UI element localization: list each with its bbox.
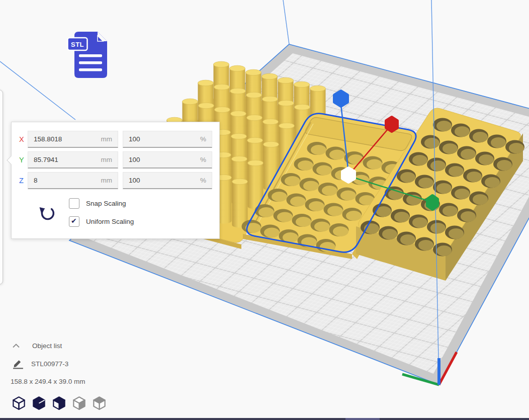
snap-scaling-checkbox[interactable]	[69, 198, 79, 209]
y-scale-field[interactable]: %	[123, 151, 212, 169]
z-size-unit: mm	[101, 177, 113, 184]
y-size-field[interactable]: mm	[28, 151, 118, 169]
snap-scaling-label: Snap Scaling	[86, 200, 126, 207]
object-list-item[interactable]: STL00977-3	[12, 359, 68, 369]
axis-x-label: X	[19, 131, 28, 148]
object-item-name: STL00977-3	[31, 360, 68, 368]
scale-row-x: X mm %	[12, 131, 219, 148]
stl-badge-label: STL	[71, 41, 84, 48]
scale-handle-x-red[interactable]	[386, 117, 397, 131]
y-size-unit: mm	[101, 156, 113, 163]
uniform-scaling-label: Uniform Scaling	[86, 218, 134, 225]
scale-handle-z-blue[interactable]	[334, 91, 347, 106]
uniform-scaling-checkbox[interactable]: ✔	[69, 216, 79, 227]
z-size-input[interactable]	[34, 177, 97, 184]
scale-row-y: Y mm %	[12, 151, 219, 169]
y-scale-unit: %	[200, 156, 206, 163]
z-scale-unit: %	[200, 177, 206, 184]
cube-wireframe-icon[interactable]	[11, 395, 27, 410]
x-scale-field[interactable]: %	[123, 131, 212, 148]
x-size-input[interactable]	[34, 135, 97, 143]
chevron-up-icon	[12, 344, 20, 348]
uniform-check-mark: ✔	[71, 217, 77, 225]
stl-file-icon[interactable]: STL	[67, 31, 108, 78]
x-size-unit: mm	[101, 135, 113, 143]
axis-z-label: Z	[19, 172, 28, 189]
scale-tool-panel: X mm % Y mm % Z mm	[11, 122, 220, 239]
toolbar-panel-edge	[0, 90, 3, 285]
scale-handle-y-green[interactable]	[427, 196, 437, 209]
x-scale-input[interactable]	[129, 135, 196, 143]
x-scale-unit: %	[200, 135, 206, 143]
z-scale-field[interactable]: %	[123, 172, 212, 189]
snap-scaling-row: Snap Scaling	[69, 198, 126, 209]
z-size-field[interactable]: mm	[28, 172, 118, 189]
cube-solid-icon[interactable]	[31, 395, 47, 410]
object-list-title: Object list	[32, 342, 62, 350]
bottom-bar-segment	[345, 418, 380, 420]
object-list-header[interactable]: Object list	[12, 342, 62, 350]
bottom-status-bar	[0, 418, 529, 420]
x-size-field[interactable]: mm	[28, 131, 118, 148]
cube-front-face-icon[interactable]	[51, 395, 67, 410]
pencil-edit-icon	[12, 359, 25, 369]
axis-y-label: Y	[19, 151, 28, 169]
y-scale-input[interactable]	[129, 156, 196, 163]
mesh-type-buttons	[11, 395, 107, 410]
scale-row-z: Z mm %	[12, 172, 219, 189]
application-window: STL X mm % Y mm	[0, 0, 529, 420]
reset-scale-button[interactable]	[38, 204, 56, 222]
scale-handle-center-white[interactable]	[342, 168, 355, 182]
uniform-scaling-row: ✔ Uniform Scaling	[69, 216, 134, 227]
y-size-input[interactable]	[34, 156, 97, 163]
cube-top-face-gray-icon[interactable]	[92, 395, 107, 410]
object-dimensions: 158.8 x 249.4 x 39.0 mm	[11, 378, 85, 385]
z-scale-input[interactable]	[129, 177, 196, 184]
cube-right-face-gray-icon[interactable]	[71, 395, 87, 410]
reset-circular-arrow-icon	[38, 204, 56, 222]
